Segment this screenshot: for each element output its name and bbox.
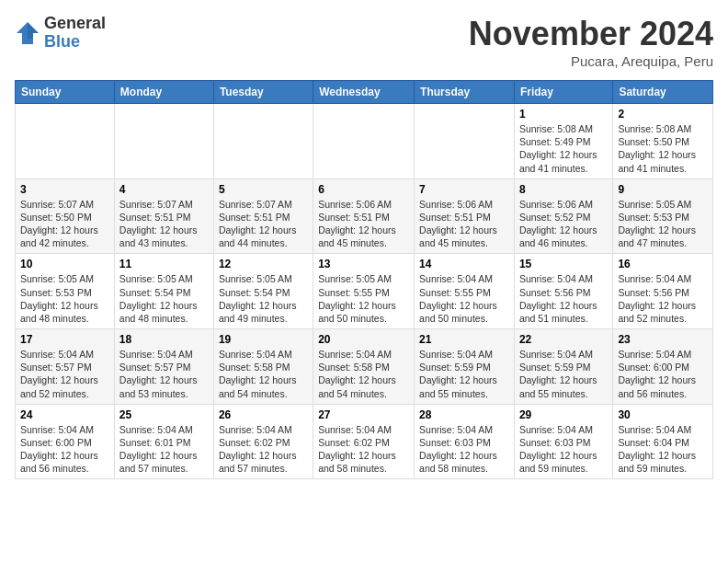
calendar-cell bbox=[415, 104, 515, 179]
day-info: Sunrise: 5:05 AM Sunset: 5:55 PM Dayligh… bbox=[318, 272, 409, 325]
day-number: 29 bbox=[519, 408, 608, 421]
page-header: General Blue November 2024 Pucara, Arequ… bbox=[15, 15, 713, 69]
calendar-cell: 1Sunrise: 5:08 AM Sunset: 5:49 PM Daylig… bbox=[514, 104, 612, 179]
day-info: Sunrise: 5:04 AM Sunset: 6:02 PM Dayligh… bbox=[219, 423, 308, 476]
day-number: 17 bbox=[20, 333, 109, 346]
day-info: Sunrise: 5:04 AM Sunset: 5:59 PM Dayligh… bbox=[519, 348, 608, 400]
day-number: 6 bbox=[318, 183, 409, 196]
day-number: 15 bbox=[519, 258, 608, 270]
calendar-cell: 29Sunrise: 5:04 AM Sunset: 6:03 PM Dayli… bbox=[514, 404, 612, 479]
day-info: Sunrise: 5:04 AM Sunset: 5:59 PM Dayligh… bbox=[419, 348, 509, 400]
calendar-cell bbox=[213, 104, 313, 179]
calendar-cell: 30Sunrise: 5:04 AM Sunset: 6:04 PM Dayli… bbox=[613, 404, 713, 479]
day-number: 24 bbox=[20, 408, 109, 421]
day-info: Sunrise: 5:05 AM Sunset: 5:54 PM Dayligh… bbox=[119, 272, 209, 325]
day-info: Sunrise: 5:04 AM Sunset: 6:00 PM Dayligh… bbox=[20, 423, 109, 476]
calendar-row-2: 10Sunrise: 5:05 AM Sunset: 5:53 PM Dayli… bbox=[16, 254, 713, 329]
day-number: 8 bbox=[519, 183, 608, 196]
logo-blue-text: Blue bbox=[44, 33, 106, 52]
day-info: Sunrise: 5:04 AM Sunset: 5:57 PM Dayligh… bbox=[20, 348, 109, 400]
calendar-cell: 19Sunrise: 5:04 AM Sunset: 5:58 PM Dayli… bbox=[213, 329, 313, 405]
calendar-cell: 28Sunrise: 5:04 AM Sunset: 6:03 PM Dayli… bbox=[415, 404, 515, 479]
day-info: Sunrise: 5:07 AM Sunset: 5:51 PM Dayligh… bbox=[219, 198, 308, 250]
day-number: 28 bbox=[419, 408, 509, 421]
calendar-cell: 14Sunrise: 5:04 AM Sunset: 5:55 PM Dayli… bbox=[415, 254, 515, 329]
calendar-header-row: SundayMondayTuesdayWednesdayThursdayFrid… bbox=[16, 81, 713, 104]
month-title: November 2024 bbox=[469, 15, 713, 53]
day-number: 19 bbox=[219, 333, 308, 346]
day-number: 5 bbox=[219, 183, 308, 196]
calendar-cell: 12Sunrise: 5:05 AM Sunset: 5:54 PM Dayli… bbox=[213, 254, 313, 329]
calendar-cell: 9Sunrise: 5:05 AM Sunset: 5:53 PM Daylig… bbox=[613, 178, 713, 254]
day-number: 22 bbox=[519, 333, 608, 346]
calendar-cell: 3Sunrise: 5:07 AM Sunset: 5:50 PM Daylig… bbox=[16, 178, 115, 254]
calendar-row-1: 3Sunrise: 5:07 AM Sunset: 5:50 PM Daylig… bbox=[16, 178, 713, 254]
logo: General Blue bbox=[15, 15, 106, 52]
calendar-cell: 8Sunrise: 5:06 AM Sunset: 5:52 PM Daylig… bbox=[514, 178, 612, 254]
calendar-cell: 5Sunrise: 5:07 AM Sunset: 5:51 PM Daylig… bbox=[213, 178, 313, 254]
calendar-header-friday: Friday bbox=[514, 81, 612, 104]
day-info: Sunrise: 5:04 AM Sunset: 6:03 PM Dayligh… bbox=[419, 423, 509, 476]
day-number: 3 bbox=[20, 183, 109, 196]
day-info: Sunrise: 5:04 AM Sunset: 6:01 PM Dayligh… bbox=[119, 423, 209, 476]
day-info: Sunrise: 5:05 AM Sunset: 5:54 PM Dayligh… bbox=[219, 272, 308, 325]
day-number: 7 bbox=[419, 183, 509, 196]
calendar-cell: 21Sunrise: 5:04 AM Sunset: 5:59 PM Dayli… bbox=[415, 329, 515, 405]
day-info: Sunrise: 5:04 AM Sunset: 6:02 PM Dayligh… bbox=[318, 423, 409, 476]
calendar-cell: 23Sunrise: 5:04 AM Sunset: 6:00 PM Dayli… bbox=[613, 329, 713, 405]
logo-text: General Blue bbox=[44, 15, 106, 52]
calendar-cell: 24Sunrise: 5:04 AM Sunset: 6:00 PM Dayli… bbox=[16, 404, 115, 479]
day-number: 23 bbox=[618, 333, 708, 346]
day-info: Sunrise: 5:05 AM Sunset: 5:53 PM Dayligh… bbox=[618, 198, 708, 250]
calendar-header-tuesday: Tuesday bbox=[213, 81, 313, 104]
calendar-cell: 7Sunrise: 5:06 AM Sunset: 5:51 PM Daylig… bbox=[415, 178, 515, 254]
day-info: Sunrise: 5:04 AM Sunset: 5:58 PM Dayligh… bbox=[219, 348, 308, 400]
day-number: 2 bbox=[618, 108, 708, 121]
calendar-header-wednesday: Wednesday bbox=[313, 81, 415, 104]
day-number: 20 bbox=[318, 333, 409, 346]
calendar-row-3: 17Sunrise: 5:04 AM Sunset: 5:57 PM Dayli… bbox=[16, 329, 713, 405]
calendar-cell: 20Sunrise: 5:04 AM Sunset: 5:58 PM Dayli… bbox=[313, 329, 415, 405]
day-info: Sunrise: 5:07 AM Sunset: 5:51 PM Dayligh… bbox=[119, 198, 209, 250]
day-info: Sunrise: 5:04 AM Sunset: 6:04 PM Dayligh… bbox=[618, 423, 708, 476]
day-info: Sunrise: 5:07 AM Sunset: 5:50 PM Dayligh… bbox=[20, 198, 109, 250]
calendar-cell: 22Sunrise: 5:04 AM Sunset: 5:59 PM Dayli… bbox=[514, 329, 612, 405]
calendar-cell: 16Sunrise: 5:04 AM Sunset: 5:56 PM Dayli… bbox=[613, 254, 713, 329]
day-info: Sunrise: 5:04 AM Sunset: 5:56 PM Dayligh… bbox=[618, 272, 708, 325]
calendar-header-thursday: Thursday bbox=[415, 81, 515, 104]
day-number: 18 bbox=[119, 333, 209, 346]
day-number: 4 bbox=[119, 183, 209, 196]
calendar-cell: 25Sunrise: 5:04 AM Sunset: 6:01 PM Dayli… bbox=[114, 404, 213, 479]
calendar-cell: 10Sunrise: 5:05 AM Sunset: 5:53 PM Dayli… bbox=[16, 254, 115, 329]
calendar-cell: 11Sunrise: 5:05 AM Sunset: 5:54 PM Dayli… bbox=[114, 254, 213, 329]
day-number: 11 bbox=[119, 258, 209, 270]
day-number: 10 bbox=[20, 258, 109, 270]
day-info: Sunrise: 5:04 AM Sunset: 6:00 PM Dayligh… bbox=[618, 348, 708, 400]
svg-marker-1 bbox=[28, 22, 39, 39]
day-info: Sunrise: 5:04 AM Sunset: 5:56 PM Dayligh… bbox=[519, 272, 608, 325]
day-info: Sunrise: 5:04 AM Sunset: 5:55 PM Dayligh… bbox=[419, 272, 509, 325]
day-info: Sunrise: 5:08 AM Sunset: 5:49 PM Dayligh… bbox=[519, 122, 608, 175]
day-info: Sunrise: 5:04 AM Sunset: 5:57 PM Dayligh… bbox=[119, 348, 209, 400]
calendar-cell: 13Sunrise: 5:05 AM Sunset: 5:55 PM Dayli… bbox=[313, 254, 415, 329]
day-number: 14 bbox=[419, 258, 509, 270]
calendar-cell: 6Sunrise: 5:06 AM Sunset: 5:51 PM Daylig… bbox=[313, 178, 415, 254]
calendar-row-4: 24Sunrise: 5:04 AM Sunset: 6:00 PM Dayli… bbox=[16, 404, 713, 479]
calendar-header-saturday: Saturday bbox=[613, 81, 713, 104]
calendar-cell: 4Sunrise: 5:07 AM Sunset: 5:51 PM Daylig… bbox=[114, 178, 213, 254]
day-number: 13 bbox=[318, 258, 409, 270]
calendar-cell: 26Sunrise: 5:04 AM Sunset: 6:02 PM Dayli… bbox=[213, 404, 313, 479]
calendar-row-0: 1Sunrise: 5:08 AM Sunset: 5:49 PM Daylig… bbox=[16, 104, 713, 179]
day-number: 9 bbox=[618, 183, 708, 196]
day-number: 26 bbox=[219, 408, 308, 421]
day-info: Sunrise: 5:04 AM Sunset: 6:03 PM Dayligh… bbox=[519, 423, 608, 476]
day-number: 21 bbox=[419, 333, 509, 346]
day-info: Sunrise: 5:05 AM Sunset: 5:53 PM Dayligh… bbox=[20, 272, 109, 325]
day-info: Sunrise: 5:04 AM Sunset: 5:58 PM Dayligh… bbox=[318, 348, 409, 400]
calendar-cell: 27Sunrise: 5:04 AM Sunset: 6:02 PM Dayli… bbox=[313, 404, 415, 479]
day-info: Sunrise: 5:06 AM Sunset: 5:52 PM Dayligh… bbox=[519, 198, 608, 250]
calendar-cell bbox=[114, 104, 213, 179]
day-number: 12 bbox=[219, 258, 308, 270]
calendar-cell: 17Sunrise: 5:04 AM Sunset: 5:57 PM Dayli… bbox=[16, 329, 115, 405]
day-number: 27 bbox=[318, 408, 409, 421]
